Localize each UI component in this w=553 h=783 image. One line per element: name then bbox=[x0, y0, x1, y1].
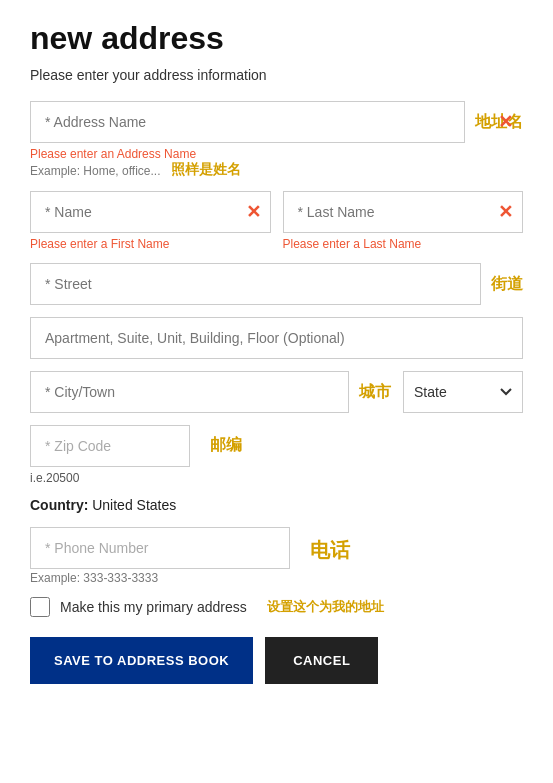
address-name-example-annotation: 照样是姓名 bbox=[171, 161, 241, 179]
state-select[interactable]: State ALAKAZAR CACOCTDC DEFLGAHI IDILINI… bbox=[403, 371, 523, 413]
button-row: SAVE TO ADDRESS BOOK CANCEL bbox=[30, 637, 523, 684]
apt-input[interactable] bbox=[30, 317, 523, 359]
first-name-error: Please enter a First Name bbox=[30, 237, 271, 251]
address-name-input[interactable] bbox=[30, 101, 465, 143]
city-annotation: 城市 bbox=[359, 382, 391, 403]
address-name-example: Example: Home, office... bbox=[30, 164, 161, 178]
country-value: United States bbox=[92, 497, 176, 513]
zip-hint: i.e.20500 bbox=[30, 471, 190, 485]
street-input[interactable] bbox=[30, 263, 481, 305]
save-to-address-book-button[interactable]: SAVE TO ADDRESS BOOK bbox=[30, 637, 253, 684]
phone-annotation: 电话 bbox=[310, 537, 350, 564]
primary-annotation: 设置这个为我的地址 bbox=[267, 598, 384, 616]
primary-address-checkbox[interactable] bbox=[30, 597, 50, 617]
city-input[interactable] bbox=[30, 371, 349, 413]
address-name-clear-icon[interactable]: ✕ bbox=[498, 111, 513, 133]
first-name-input[interactable] bbox=[30, 191, 271, 233]
cancel-button[interactable]: CANCEL bbox=[265, 637, 378, 684]
first-name-clear-icon[interactable]: ✕ bbox=[246, 201, 261, 223]
page-subtitle: Please enter your address information bbox=[30, 67, 523, 83]
address-name-error: Please enter an Address Name bbox=[30, 147, 523, 161]
zip-annotation: 邮编 bbox=[210, 435, 242, 456]
primary-address-label: Make this my primary address bbox=[60, 599, 247, 615]
phone-example: Example: 333-333-3333 bbox=[30, 571, 290, 585]
last-name-clear-icon[interactable]: ✕ bbox=[498, 201, 513, 223]
page-title: new address bbox=[30, 20, 523, 57]
zip-input[interactable] bbox=[30, 425, 190, 467]
last-name-input[interactable] bbox=[283, 191, 524, 233]
last-name-error: Please enter a Last Name bbox=[283, 237, 524, 251]
country-label: Country: bbox=[30, 497, 88, 513]
street-annotation: 街道 bbox=[491, 274, 523, 295]
phone-input[interactable] bbox=[30, 527, 290, 569]
